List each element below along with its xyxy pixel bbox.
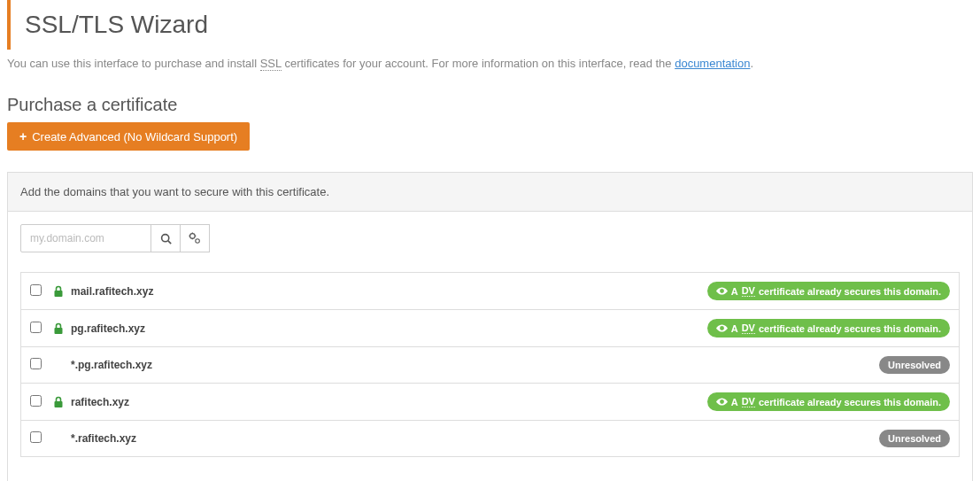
domain-search-input[interactable] [20,224,151,252]
lock-icon [53,322,64,335]
svg-point-11 [721,290,722,291]
domain-name: *.rafitech.xyz [69,432,879,445]
domain-checkbox[interactable] [30,322,42,333]
svg-line-1 [167,240,170,243]
search-icon [160,233,172,244]
intro-pre: You can use this interface to purchase a… [7,57,260,70]
eye-icon [716,324,728,332]
domain-table: mail.rafitech.xyzA DV certificate alread… [20,272,960,457]
domain-name: pg.rafitech.xyz [69,322,707,335]
search-row [20,224,960,252]
documentation-link[interactable]: documentation [675,57,750,70]
create-advanced-label: Create Advanced (No Wildcard Support) [32,130,237,144]
domain-row: rafitech.xyzA DV certificate already sec… [21,384,959,421]
svg-point-0 [161,234,168,241]
svg-rect-10 [55,291,63,297]
domain-row: *.rafitech.xyzUnresolved [21,421,959,457]
domain-status: Unresolved [879,356,950,374]
status-badge-secured: A DV certificate already secures this do… [707,392,950,411]
domain-checkbox[interactable] [30,395,42,407]
svg-rect-12 [55,328,63,334]
intro-post: . [750,57,753,70]
domain-panel: Add the domains that you want to secure … [7,172,973,481]
domain-name: mail.rafitech.xyz [69,285,707,298]
domain-status: Unresolved [879,430,950,447]
ssl-abbr: SSL [260,57,282,71]
gears-icon [189,232,201,244]
lock-icon [53,396,64,408]
domain-checkbox[interactable] [30,431,42,443]
svg-point-9 [197,240,197,241]
svg-point-3 [192,236,194,237]
svg-point-15 [721,400,722,402]
status-badge-secured: A DV certificate already secures this do… [707,282,950,300]
settings-button[interactable] [180,224,210,252]
status-badge-secured: A DV certificate already secures this do… [707,319,950,337]
domain-checkbox[interactable] [30,358,42,369]
status-badge-unresolved: Unresolved [879,430,950,447]
lock-icon [53,285,64,298]
svg-rect-14 [55,401,63,407]
svg-point-13 [721,327,722,329]
status-badge-unresolved: Unresolved [879,356,950,374]
domain-status: A DV certificate already secures this do… [707,282,950,300]
domain-name: rafitech.xyz [69,396,707,408]
intro-mid: certificates for your account. For more … [282,57,675,70]
domain-checkbox[interactable] [30,284,42,296]
eye-icon [716,287,728,295]
plus-icon: + [19,129,27,144]
domain-status: A DV certificate already secures this do… [707,319,950,337]
create-advanced-button[interactable]: + Create Advanced (No Wildcard Support) [7,122,250,151]
panel-instruction: Add the domains that you want to secure … [8,173,972,212]
eye-icon [716,398,728,406]
purchase-title: Purchase a certificate [4,84,976,122]
intro-text: You can use this interface to purchase a… [4,57,976,84]
domain-status: A DV certificate already secures this do… [707,392,950,411]
domain-row: *.pg.rafitech.xyzUnresolved [21,347,959,384]
search-button[interactable] [150,224,181,252]
page-title: SSL/TLS Wizard [7,0,976,50]
domain-name: *.pg.rafitech.xyz [69,359,879,371]
domain-row: pg.rafitech.xyzA DV certificate already … [21,310,959,347]
domain-row: mail.rafitech.xyzA DV certificate alread… [21,273,959,310]
